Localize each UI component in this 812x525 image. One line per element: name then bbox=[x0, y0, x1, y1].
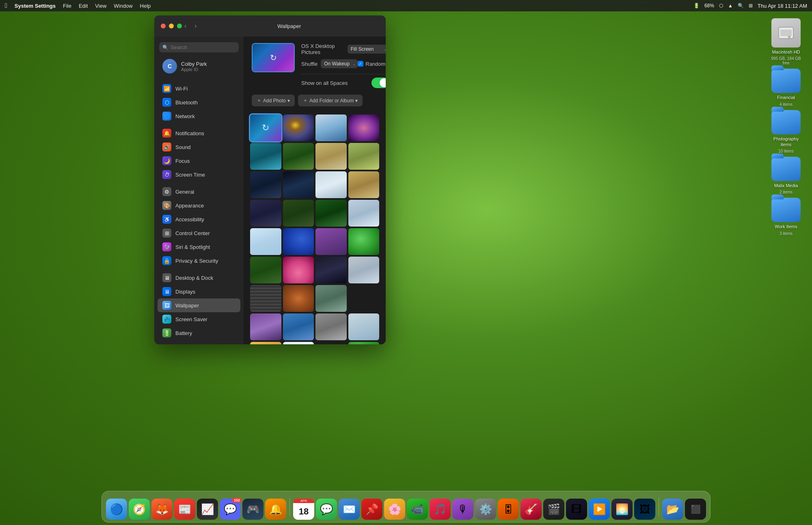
wallpaper-cell-25[interactable] bbox=[250, 285, 281, 312]
dock-item-firefox[interactable]: 🦊 bbox=[151, 499, 173, 520]
wallpaper-cell-14[interactable] bbox=[283, 200, 314, 227]
wallpaper-cell-21[interactable] bbox=[250, 257, 281, 283]
wallpaper-cell-33[interactable] bbox=[250, 342, 281, 344]
wallpaper-cell-18[interactable] bbox=[283, 228, 314, 255]
dock-item-discord[interactable]: 💬 152 bbox=[220, 499, 241, 520]
sidebar-item-appearance[interactable]: 🎨 Appearance bbox=[158, 199, 240, 212]
wallpaper-cell-34[interactable] bbox=[283, 342, 314, 344]
sidebar-item-notifications[interactable]: 🔔 Notifications bbox=[158, 126, 240, 140]
dock-item-mail[interactable]: ✉️ bbox=[339, 499, 360, 520]
sidebar-item-battery[interactable]: 🔋 Battery bbox=[158, 326, 240, 340]
dock-item-pockity[interactable]: 📌 bbox=[361, 499, 382, 520]
wallpaper-cell-11[interactable] bbox=[315, 171, 347, 198]
dock-item-audiohijack[interactable]: 🎛 bbox=[498, 499, 519, 520]
sidebar-item-lockscreen[interactable]: 🔒 Lock Screen bbox=[158, 343, 240, 344]
user-profile[interactable]: C Colby Park Apple ID bbox=[158, 56, 240, 77]
dock-item-safari[interactable]: 🧭 bbox=[129, 499, 150, 520]
menu-help[interactable]: Help bbox=[140, 3, 151, 9]
wallpaper-cell-36[interactable] bbox=[348, 342, 380, 344]
wallpaper-cell-15[interactable] bbox=[315, 200, 347, 227]
menu-window[interactable]: Window bbox=[114, 3, 132, 9]
dock-item-messages[interactable]: 💬 bbox=[316, 499, 337, 520]
sidebar-item-focus[interactable]: 🌙 Focus bbox=[158, 154, 240, 168]
fill-mode-select[interactable]: Fill Screen Fit to Screen Stretch to Fil… bbox=[348, 45, 386, 54]
menu-edit[interactable]: Edit bbox=[79, 3, 88, 9]
wallpaper-cell-10[interactable] bbox=[283, 171, 314, 198]
minimize-button[interactable] bbox=[169, 24, 174, 28]
nav-back-button[interactable]: ‹ bbox=[182, 22, 189, 30]
wallpaper-cell-8[interactable] bbox=[348, 143, 380, 170]
sidebar-item-displays[interactable]: 🖥 Displays bbox=[158, 285, 240, 298]
apple-menu[interactable]:  bbox=[5, 2, 7, 9]
add-photo-button[interactable]: ＋ Add Photo ▾ bbox=[252, 95, 295, 106]
wallpaper-cell-4[interactable] bbox=[348, 115, 380, 141]
wallpaper-cell-30[interactable] bbox=[283, 313, 314, 340]
add-folder-button[interactable]: ＋ Add Folder or Album ▾ bbox=[298, 95, 363, 106]
wallpaper-cell-17[interactable] bbox=[250, 228, 281, 255]
sidebar-item-screentime[interactable]: ⏱ Screen Time bbox=[158, 168, 240, 181]
randomly-checkbox-label[interactable]: ✓ Randomly bbox=[358, 61, 386, 67]
wallpaper-cell-19[interactable] bbox=[315, 228, 347, 255]
wallpaper-cell-23[interactable] bbox=[315, 257, 347, 283]
menu-view[interactable]: View bbox=[95, 3, 106, 9]
dock-item-calendar[interactable]: APR 18 bbox=[293, 499, 314, 520]
wallpaper-cell-32[interactable] bbox=[348, 313, 380, 340]
dock-item-quicktime[interactable]: ▶️ bbox=[589, 499, 610, 520]
wallpaper-cell-35[interactable] bbox=[315, 342, 347, 344]
dock-item-notchmeister[interactable]: 🔔 bbox=[265, 499, 286, 520]
spaces-toggle[interactable] bbox=[371, 78, 386, 88]
wallpaper-cell-13[interactable] bbox=[250, 200, 281, 227]
search-input[interactable] bbox=[159, 42, 239, 52]
wallpaper-cell-2[interactable] bbox=[283, 115, 314, 141]
desktop-icon-photography[interactable]: Photography items 10 items bbox=[768, 110, 804, 154]
wallpaper-cell-6[interactable] bbox=[283, 143, 314, 170]
sidebar-item-network[interactable]: 🌐 Network bbox=[158, 109, 240, 123]
nav-forward-button[interactable]: › bbox=[192, 22, 199, 30]
sidebar-item-desktop[interactable]: 🖥 Desktop & Dock bbox=[158, 271, 240, 285]
sidebar-item-wifi[interactable]: 📶 Wi-Fi bbox=[158, 82, 240, 95]
wallpaper-cell-3[interactable] bbox=[315, 115, 347, 141]
dock-item-garageband[interactable]: 🎸 bbox=[520, 499, 542, 520]
wallpaper-cell-29[interactable] bbox=[250, 313, 281, 340]
desktop-icon-work[interactable]: Work Items 3 items bbox=[768, 198, 804, 235]
dock-item-finalcut[interactable]: 🎬 bbox=[543, 499, 564, 520]
dock-item-music[interactable]: 🎵 bbox=[430, 499, 451, 520]
current-wallpaper-thumb[interactable]: ↻ bbox=[252, 43, 295, 72]
dock-item-facetime[interactable]: 📹 bbox=[407, 499, 428, 520]
wallpaper-cell-7[interactable] bbox=[315, 143, 347, 170]
wallpaper-cell-22[interactable] bbox=[283, 257, 314, 283]
randomly-checkbox[interactable]: ✓ bbox=[358, 61, 363, 67]
sidebar-item-wallpaper[interactable]: 🖼 Wallpaper bbox=[158, 298, 240, 312]
control-center-icon[interactable]: ⊞ bbox=[749, 3, 753, 9]
dock-item-podcasts[interactable]: 🎙 bbox=[452, 499, 473, 520]
fullscreen-button[interactable] bbox=[177, 24, 182, 28]
search-icon[interactable]: 🔍 bbox=[738, 3, 744, 9]
dock-item-news[interactable]: 📰 bbox=[174, 499, 195, 520]
wallpaper-cell-28[interactable] bbox=[348, 285, 380, 312]
dock-item-finder2[interactable]: 📂 bbox=[662, 499, 683, 520]
sidebar-item-controlcenter[interactable]: ⊞ Control Center bbox=[158, 226, 240, 240]
shuffle-timing-select[interactable]: On Wakeup Every Hour Every Day bbox=[321, 59, 358, 68]
wallpaper-cell-20[interactable] bbox=[348, 228, 380, 255]
sidebar-item-accessibility[interactable]: ♿ Accessibility bbox=[158, 212, 240, 226]
dock-item-settings[interactable]: ⚙️ bbox=[475, 499, 496, 520]
sidebar-item-bluetooth[interactable]: ⬡ Bluetooth bbox=[158, 95, 240, 109]
sidebar-item-sound[interactable]: 🔊 Sound bbox=[158, 140, 240, 154]
sidebar-item-general[interactable]: ⚙ General bbox=[158, 185, 240, 199]
dock-item-davinci[interactable]: 🎞 bbox=[566, 499, 587, 520]
wallpaper-cell-12[interactable] bbox=[348, 171, 380, 198]
wallpaper-cell-16[interactable] bbox=[348, 200, 380, 227]
dock-item-finder[interactable]: 🔵 bbox=[106, 499, 127, 520]
sidebar-item-privacy[interactable]: 🔒 Privacy & Security bbox=[158, 254, 240, 268]
desktop-icon-macintosh-hd[interactable]: Macintosh HD 995 GB, 184 GB free bbox=[768, 18, 804, 65]
wallpaper-cell-27[interactable] bbox=[315, 285, 347, 312]
desktop-icon-malix[interactable]: Malix Media 2 items bbox=[768, 157, 804, 194]
sidebar-item-siri[interactable]: 🔮 Siri & Spotlight bbox=[158, 240, 240, 254]
dock-item-lightroom[interactable]: 🌅 bbox=[611, 499, 633, 520]
wallpaper-cell-9[interactable] bbox=[250, 171, 281, 198]
dock-item-photoshop[interactable]: 🖼 bbox=[634, 499, 655, 520]
wallpaper-cell-31[interactable] bbox=[315, 313, 347, 340]
wallpaper-cell-24[interactable] bbox=[348, 257, 380, 283]
desktop-icon-financial[interactable]: Financial 4 items bbox=[768, 69, 804, 106]
dock-item-stocks[interactable]: 📈 bbox=[197, 499, 218, 520]
